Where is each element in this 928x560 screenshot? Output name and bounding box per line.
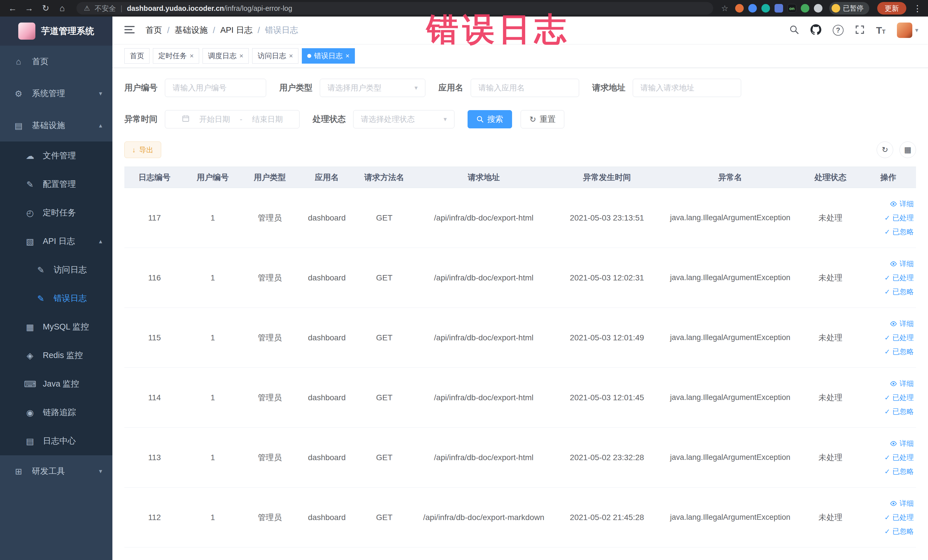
home-menu-icon: ⌂ (12, 57, 24, 67)
mark-processed-link[interactable]: ✓已处理 (884, 333, 914, 342)
app-name-input[interactable] (471, 79, 579, 97)
github-icon[interactable] (810, 24, 821, 36)
close-icon[interactable]: × (289, 52, 293, 60)
browser-update-button[interactable]: 更新 (877, 2, 906, 15)
mark-processed-link[interactable]: ✓已处理 (884, 453, 914, 462)
extension-icon[interactable] (735, 4, 744, 12)
close-icon[interactable]: × (190, 52, 194, 60)
mark-processed-link[interactable]: ✓已处理 (884, 213, 914, 223)
mark-ignored-link[interactable]: ✓已忽略 (884, 526, 914, 536)
puzzle-extension-icon[interactable] (774, 4, 783, 12)
breadcrumb-item[interactable]: API 日志 (220, 24, 252, 36)
extension-icon[interactable] (762, 4, 770, 12)
extension-icon[interactable] (748, 4, 757, 12)
check-icon: ✓ (884, 468, 890, 476)
fullscreen-icon[interactable] (855, 25, 865, 36)
breadcrumb-item[interactable]: 首页 (145, 24, 162, 36)
on-switch-extension-icon[interactable]: on (788, 4, 796, 12)
cell-time: 2021-05-03 12:01:45 (554, 368, 660, 428)
check-icon: ✓ (884, 274, 890, 282)
user-avatar[interactable]: ▾ (897, 23, 918, 38)
reload-icon[interactable]: ↻ (40, 0, 52, 17)
tab-error-log[interactable]: 错误日志 × (302, 48, 355, 64)
search-icon[interactable] (789, 25, 799, 36)
mark-ignored-link[interactable]: ✓已忽略 (884, 347, 914, 356)
mark-ignored-link[interactable]: ✓已忽略 (884, 227, 914, 237)
sidebar-item-redis-monitor[interactable]: ◈ Redis 监控 (0, 341, 112, 370)
home-icon[interactable]: ⌂ (56, 0, 69, 17)
close-icon[interactable]: × (240, 52, 243, 60)
sidebar-item-log-center[interactable]: ▤ 日志中心 (0, 427, 112, 455)
sidebar-item-label: 日志中心 (43, 435, 76, 447)
sidebar-item-access-log[interactable]: ✎ 访问日志 (0, 256, 112, 284)
detail-link[interactable]: 详细 (890, 379, 914, 388)
not-secure-icon: ⚠ (84, 4, 90, 12)
user-type-select[interactable]: 请选择用户类型 ▾ (320, 79, 425, 97)
check-icon: ✓ (884, 514, 890, 522)
mark-processed-link[interactable]: ✓已处理 (884, 393, 914, 402)
sidebar-item-infra[interactable]: ▤ 基础设施 ▴ (0, 110, 112, 142)
sidebar-item-label: 访问日志 (53, 264, 87, 276)
exception-time-range-picker[interactable]: 开始日期 - 结束日期 (165, 110, 299, 128)
user-id-input[interactable] (165, 79, 266, 97)
bookmark-star-icon[interactable]: ☆ (721, 4, 728, 13)
forward-icon[interactable]: → (23, 0, 35, 17)
browser-menu-icon[interactable]: ⋮ (913, 3, 922, 14)
breadcrumb-separator: / (167, 26, 169, 35)
mark-ignored-link[interactable]: ✓已忽略 (884, 287, 914, 296)
table-row: 115 1 管理员 dashboard GET /api/infra/db-do… (124, 308, 916, 368)
detail-link[interactable]: 详细 (890, 439, 914, 448)
app-logo: 芋道管理系统 (0, 17, 112, 46)
column-settings-button[interactable]: ▦ (899, 142, 916, 158)
extension-icon[interactable] (801, 4, 809, 12)
export-button[interactable]: ↓ 导出 (124, 142, 161, 158)
help-icon[interactable]: ? (833, 25, 844, 36)
cell-url: /api/infra/db-doc/export-html (414, 308, 554, 368)
sidebar-item-mysql-monitor[interactable]: ▦ MySQL 监控 (0, 313, 112, 341)
detail-link[interactable]: 详细 (890, 259, 914, 269)
sidebar-item-home[interactable]: ⌂ 首页 (0, 46, 112, 78)
mark-processed-link[interactable]: ✓已处理 (884, 513, 914, 522)
request-url-input[interactable] (633, 79, 741, 97)
sidebar-item-error-log[interactable]: ✎ 错误日志 (0, 284, 112, 313)
mark-processed-link[interactable]: ✓已处理 (884, 273, 914, 282)
cell-time: 2021-05-02 21:45:28 (554, 488, 660, 548)
hamburger-icon[interactable] (124, 25, 135, 35)
calendar-icon (182, 114, 190, 124)
process-status-select[interactable]: 请选择处理状态 ▾ (353, 110, 455, 128)
sidebar-item-system[interactable]: ⚙ 系统管理 ▾ (0, 78, 112, 110)
logo-image (18, 23, 35, 40)
refresh-button[interactable]: ↻ (877, 142, 893, 158)
tab-label: 首页 (130, 51, 144, 61)
sidebar-item-dev-tools[interactable]: ⊞ 研发工具 ▾ (0, 455, 112, 487)
sidebar-item-link-trace[interactable]: ◉ 链路追踪 (0, 398, 112, 427)
detail-link[interactable]: 详细 (890, 319, 914, 328)
reset-button[interactable]: ↻ 重置 (520, 110, 564, 128)
sidebar-item-java-monitor[interactable]: ⌨ Java 监控 (0, 370, 112, 398)
back-icon[interactable]: ← (6, 0, 19, 17)
cell-log-id: 112 (124, 488, 185, 548)
mark-ignored-link[interactable]: ✓已忽略 (884, 467, 914, 476)
sidebar-item-api-log[interactable]: ▧ API 日志 ▴ (0, 227, 112, 256)
font-size-icon[interactable]: TT (876, 25, 885, 36)
cell-app-name: dashboard (299, 368, 355, 428)
tab-access-log[interactable]: 访问日志 × (252, 48, 298, 64)
close-icon[interactable]: × (345, 52, 350, 60)
tab-dispatch-log[interactable]: 调度日志 × (203, 48, 249, 64)
mark-ignored-link[interactable]: ✓已忽略 (884, 407, 914, 416)
breadcrumb-item[interactable]: 基础设施 (175, 24, 208, 36)
cell-log-id: 115 (124, 308, 185, 368)
extension-icon[interactable] (814, 4, 823, 12)
search-button[interactable]: 搜索 (467, 110, 512, 128)
sidebar-item-config-manage[interactable]: ✎ 配置管理 (0, 170, 112, 198)
tab-scheduled-jobs[interactable]: 定时任务 × (153, 48, 199, 64)
tab-home[interactable]: 首页 (124, 48, 150, 64)
tab-label: 定时任务 (158, 51, 187, 61)
profile-paused-badge[interactable]: 已暂停 (829, 2, 869, 15)
detail-link[interactable]: 详细 (890, 499, 914, 508)
address-bar[interactable]: ⚠ 不安全 | dashboard.yudao.iocoder.cn/infra… (76, 2, 713, 15)
sidebar-item-scheduled-jobs[interactable]: ◴ 定时任务 (0, 198, 112, 227)
sidebar-item-file-manage[interactable]: ☁ 文件管理 (0, 142, 112, 170)
detail-link[interactable]: 详细 (890, 199, 914, 209)
tab-label: 错误日志 (314, 51, 343, 61)
